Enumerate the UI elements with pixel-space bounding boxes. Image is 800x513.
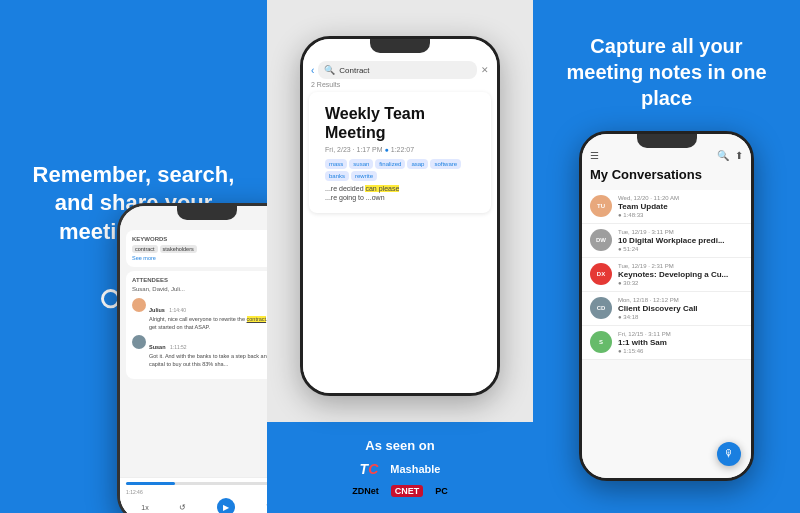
conv-info: Fri, 12/15 · 3:11 PM 1:1 with Sam ● 1:15…	[618, 331, 743, 354]
middle-phone-wrap: ‹ 🔍 Contract ✕ 2 Results Weekly Team Mee…	[267, 0, 533, 422]
conv-info: Tue, 12/19 · 2:31 PM Keynotes: Developin…	[618, 263, 743, 286]
meeting-title: Weekly Team Meeting	[325, 104, 475, 142]
avatar-susan	[132, 335, 146, 349]
highlight-decided: can please	[365, 185, 399, 192]
conv-info: Mon, 12/18 · 12:12 PM Client Discovery C…	[618, 297, 743, 320]
conversation-item[interactable]: DW Tue, 12/19 · 3:11 PM 10 Digital Workp…	[582, 224, 751, 258]
middle-phone-notch	[370, 39, 430, 53]
keywords-section: KEYWORDS contract stakeholders See more	[126, 230, 288, 267]
progress-fill	[126, 482, 175, 485]
conv-avatar: S	[590, 331, 612, 353]
play-button[interactable]: ▶	[217, 498, 235, 513]
chip-rewrite: rewrite	[351, 171, 377, 181]
conv-date: Mon, 12/18 · 12:12 PM	[618, 297, 743, 303]
conv-date: Tue, 12/19 · 2:31 PM	[618, 263, 743, 269]
conv-duration: ● 1:15:46	[618, 348, 743, 354]
chip-mass: mass	[325, 159, 347, 169]
conv-avatar: TU	[590, 195, 612, 217]
panel-left: Remember, search, and share your meeting…	[0, 0, 267, 513]
conv-info: Wed, 12/20 · 11:20 AM Team Update ● 1:48…	[618, 195, 743, 218]
keyword-chips: mass susan finalized asap software banks…	[325, 159, 475, 181]
julius-name: Julius	[149, 307, 165, 313]
conv-name: Client Discovery Call	[618, 304, 743, 313]
julius-text: Alright, nice call everyone to rewrite t…	[149, 316, 282, 331]
search-query: Contract	[339, 66, 369, 75]
conv-avatar: DX	[590, 263, 612, 285]
conv-info: Tue, 12/19 · 3:11 PM 10 Digital Workplac…	[618, 229, 743, 252]
attendees-section: ATTENDEES Susan, David, Juli... Julius 1…	[126, 271, 288, 379]
mashable-logo: Mashable	[390, 463, 440, 475]
kw-contract: contract	[132, 245, 158, 253]
conversation-item[interactable]: S Fri, 12/15 · 3:11 PM 1:1 with Sam ● 1:…	[582, 326, 751, 360]
conv-date: Wed, 12/20 · 11:20 AM	[618, 195, 743, 201]
chip-finalized: finalized	[375, 159, 405, 169]
clear-icon[interactable]: ✕	[481, 65, 489, 75]
right-top-bar: ☰ 🔍 ⬆	[582, 150, 751, 167]
right-phone-screen: ☰ 🔍 ⬆ My Conversations TU Wed, 12/20 · 1…	[582, 134, 751, 478]
see-more-link[interactable]: See more	[132, 255, 282, 261]
conv-name: Team Update	[618, 202, 743, 211]
meeting-card: Weekly Team Meeting Fri, 2/23 · 1:17 PM …	[309, 92, 491, 213]
press-logos-2: ZDNet CNET PC	[352, 485, 448, 497]
susan-time: 1:11:52	[170, 344, 187, 350]
cnet-logo: CNET	[391, 485, 424, 497]
zdnet-logo: ZDNet	[352, 486, 379, 496]
conversation-list: TU Wed, 12/20 · 11:20 AM Team Update ● 1…	[582, 190, 751, 360]
chip-software: software	[430, 159, 461, 169]
search-bar[interactable]: 🔍 Contract	[318, 61, 477, 79]
highlight-contract: contract	[247, 316, 267, 322]
hamburger-icon[interactable]: ☰	[590, 150, 599, 161]
speed-icon[interactable]: 1x	[141, 504, 148, 511]
svg-point-0	[102, 291, 118, 307]
conv-name: 10 Digital Workplace predi...	[618, 236, 743, 245]
conv-name: 1:1 with Sam	[618, 338, 743, 347]
conv-avatar: DW	[590, 229, 612, 251]
conv-date: Fri, 12/15 · 3:11 PM	[618, 331, 743, 337]
my-conversations-title: My Conversations	[582, 167, 751, 190]
kw-stakeholders: stakeholders	[160, 245, 197, 253]
meeting-meta: Fri, 2/23 · 1:17 PM ● 1:22:07	[325, 146, 475, 153]
phone-mock-right: ☰ 🔍 ⬆ My Conversations TU Wed, 12/20 · 1…	[579, 131, 754, 481]
microphone-fab[interactable]: 🎙	[717, 442, 741, 466]
back-arrow-icon[interactable]: ‹	[311, 65, 314, 76]
panel-right: Capture all your meeting notes in one pl…	[533, 0, 800, 513]
conv-name: Keynotes: Developing a Cu...	[618, 270, 743, 279]
share-icon[interactable]: ⬆	[735, 150, 743, 161]
right-phone-notch	[637, 134, 697, 148]
conv-duration: ● 1:48:33	[618, 212, 743, 218]
conversation-item[interactable]: TU Wed, 12/20 · 11:20 AM Team Update ● 1…	[582, 190, 751, 224]
bubble-julius-content: Julius 1:14:40 Alright, nice call everyo…	[149, 298, 282, 331]
search-icon-right[interactable]: 🔍	[717, 150, 729, 161]
press-section: As seen on TC Mashable ZDNet CNET PC	[267, 422, 533, 513]
conversation-item[interactable]: CD Mon, 12/18 · 12:12 PM Client Discover…	[582, 292, 751, 326]
as-seen-on-label: As seen on	[365, 438, 434, 453]
avatar-julius	[132, 298, 146, 312]
time-current: 1:12:46	[126, 489, 143, 495]
attendees-label: ATTENDEES	[132, 277, 282, 283]
conv-duration: ● 30:32	[618, 280, 743, 286]
results-count: 2 Results	[311, 81, 489, 88]
progress-bar[interactable]	[126, 482, 288, 485]
trans-line-2: ...re going to ...own	[325, 194, 475, 201]
chip-banks: banks	[325, 171, 349, 181]
conv-date: Tue, 12/19 · 3:11 PM	[618, 229, 743, 235]
playback-controls: 1x ↺ ▶ ↻	[126, 498, 288, 513]
chip-susan: susan	[349, 159, 373, 169]
search-icon: 🔍	[324, 65, 335, 75]
conversation-item[interactable]: DX Tue, 12/19 · 2:31 PM Keynotes: Develo…	[582, 258, 751, 292]
transcript-lines: ...re decided can please ...re going to …	[325, 185, 475, 201]
chat-susan: Susan 1:11:52 Got it. And with the banks…	[132, 335, 282, 368]
press-logos: TC Mashable	[360, 461, 441, 477]
pc-logo: PC	[435, 486, 448, 496]
rewind-icon[interactable]: ↺	[179, 503, 186, 512]
chat-julius: Julius 1:14:40 Alright, nice call everyo…	[132, 298, 282, 331]
bubble-susan-content: Susan 1:11:52 Got it. And with the banks…	[149, 335, 282, 368]
susan-text: Got it. And with the banks to take a ste…	[149, 353, 282, 368]
conv-duration: ● 34:18	[618, 314, 743, 320]
conv-avatar: CD	[590, 297, 612, 319]
chip-asap: asap	[407, 159, 428, 169]
susan-name: Susan	[149, 344, 166, 350]
tc-logo: TC	[360, 461, 379, 477]
attendees-names: Susan, David, Juli...	[132, 286, 282, 292]
right-tagline: Capture all your meeting notes in one pl…	[553, 33, 780, 111]
